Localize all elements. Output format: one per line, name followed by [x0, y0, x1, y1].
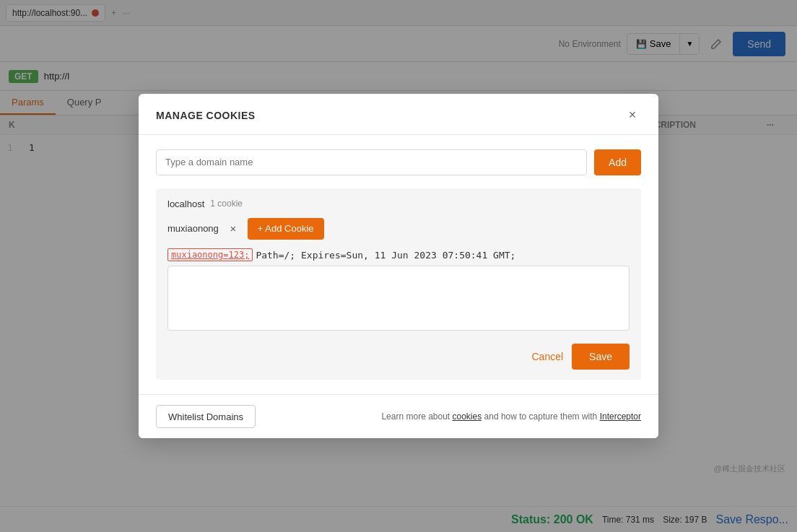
cookie-name: muxiaonong — [167, 223, 219, 234]
domain-input-row: Add — [156, 149, 641, 175]
cookie-value-inline: Path=/; Expires=Sun, 11 Jun 2023 07:50:4… — [256, 248, 515, 263]
modal-header: MANAGE COOKIES × — [139, 94, 658, 135]
whitelist-domains-button[interactable]: Whitelist Domains — [156, 405, 256, 428]
footer-text-middle: and how to capture them with — [484, 411, 600, 422]
cookie-section: localhost 1 cookie muxiaonong × + Add Co… — [156, 188, 641, 380]
add-cookie-button[interactable]: + Add Cookie — [248, 218, 324, 240]
cookie-key-label[interactable]: muxiaonong=123; — [167, 248, 253, 261]
modal-body: Add localhost 1 cookie muxiaonong × + Ad… — [139, 135, 658, 395]
close-button[interactable]: × — [624, 107, 641, 124]
cookie-key-row: muxiaonong=123; Path=/; Expires=Sun, 11 … — [167, 248, 630, 263]
save-cookie-button[interactable]: Save — [572, 344, 630, 370]
cancel-button[interactable]: Cancel — [531, 351, 563, 362]
modal-title: MANAGE COOKIES — [156, 110, 256, 121]
cookies-link[interactable]: cookies — [453, 411, 482, 422]
modal-overlay: MANAGE COOKIES × Add localhost 1 cookie … — [0, 0, 797, 532]
modal-footer: Whitelist Domains Learn more about cooki… — [139, 394, 658, 438]
delete-cookie-icon[interactable]: × — [226, 222, 240, 236]
cookie-editor: muxiaonong=123; Path=/; Expires=Sun, 11 … — [167, 248, 630, 334]
footer-text-before: Learn more about — [381, 411, 452, 422]
domain-name: localhost — [167, 199, 204, 209]
interceptor-link[interactable]: Interceptor — [600, 411, 641, 422]
cookie-value-textarea[interactable] — [167, 266, 630, 331]
cookie-actions: Cancel Save — [167, 344, 630, 370]
manage-cookies-modal: MANAGE COOKIES × Add localhost 1 cookie … — [139, 94, 658, 439]
cookie-domain-header: localhost 1 cookie — [167, 199, 630, 209]
add-domain-button[interactable]: Add — [594, 149, 641, 175]
cookie-entry-row: muxiaonong × + Add Cookie — [167, 218, 630, 240]
footer-info-text: Learn more about cookies and how to capt… — [381, 411, 641, 422]
domain-input[interactable] — [156, 149, 587, 175]
cookie-count: 1 cookie — [210, 199, 243, 209]
